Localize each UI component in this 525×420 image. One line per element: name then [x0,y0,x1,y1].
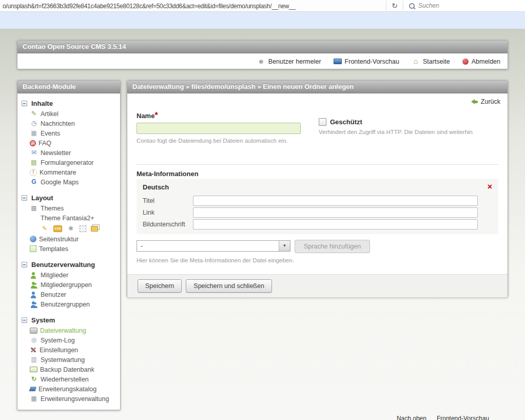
logout-label: Abmelden [472,58,500,65]
sidebar-group-header-inhalte[interactable]: Inhalte [17,98,120,109]
add-language-button[interactable]: Sprache hinzufügen [295,240,370,253]
logout-link[interactable]: Abmelden [462,58,500,65]
browser-search-field[interactable]: Suchen [404,1,525,11]
sidebar-group-header-benutzerverwaltung[interactable]: Benutzerverwaltung [17,259,120,270]
sidebar-item-newsletter[interactable]: Newsletter [17,148,120,158]
globe-icon [30,236,36,242]
theme-layout-icon[interactable] [80,225,86,232]
form-actions: Speichern Speichern und schließen [127,274,508,297]
themes-icon [30,204,38,212]
sidebar-item-erweiterungsverwaltung[interactable]: Erweiterungsverwaltung [17,394,120,404]
sidebar-item-kommentare[interactable]: Kommentare [17,167,120,177]
reload-button[interactable] [387,1,402,11]
search-icon [409,3,415,9]
back-to-top-link[interactable]: Nach oben [397,415,426,420]
collapse-icon[interactable] [22,317,27,323]
main-panel: Dateiverwaltung » files/demo/unsplash » … [127,80,508,297]
chrome-divider [403,1,403,10]
main-body: Zurück Name* Contao fügt die Dateiendung… [127,93,508,274]
sidebar-item-events[interactable]: Events [17,128,120,138]
sidebar-item-einstellungen[interactable]: Einstellungen [17,345,120,355]
meta-title-row: Titel [143,196,478,206]
sidebar-item-benutzergruppen[interactable]: Benutzergruppen [17,299,120,309]
item-label: Mitglieder [41,272,68,279]
protected-label[interactable]: Geschützt [330,118,362,126]
screen: o/unsplash&rt=f23663b3d92fe841c4abe9215e… [0,0,525,420]
sidebar-item-formulargenerator[interactable]: Formulargenerator [17,158,120,167]
search-placeholder: Suchen [418,2,439,9]
sidebar-item-artikel[interactable]: Artikel [17,109,120,119]
meta-caption-label: Bildunterschrift [143,221,185,228]
sidebar-item-mitgliedergruppen[interactable]: Mitgliedergruppen [17,280,120,290]
item-label: Artikel [41,110,59,118]
sidebar-group-layout: Layout Themes Theme Fantasia2+ [17,193,120,254]
url-bar[interactable]: o/unsplash&rt=f23663b3d92fe841c4abe9215e… [0,1,385,10]
sidebar-item-wiederherstellen[interactable]: Wiederherstellen [17,374,120,384]
wiederherstellen-icon [30,375,38,383]
protected-checkbox[interactable] [319,118,326,126]
sidebar-group-header-layout[interactable]: Layout [17,193,120,203]
sidebar-item-theme-fantasia[interactable]: Theme Fantasia2+ [17,213,120,223]
sidebar-title: Backend-Module [23,83,76,90]
sidebar-item-benutzer[interactable]: Benutzer [17,290,120,299]
save-button[interactable]: Speichern [138,279,182,293]
meta-link-input[interactable] [193,207,478,218]
footer-preview-link[interactable]: Frontend-Vorschau [437,415,489,420]
formulargenerator-icon [30,159,38,166]
kommentare-icon [30,169,37,176]
chevron-down-icon[interactable] [279,241,290,251]
sidebar-item-erweiterungskatalog[interactable]: Erweiterungskatalog [17,384,120,394]
sidebar-item-themes[interactable]: Themes [17,203,120,213]
catalog-icon [29,387,37,391]
frontend-preview-link[interactable]: Frontend-Vorschau [334,58,399,65]
sidebar-item-system-log[interactable]: System-Log [17,335,120,345]
sidebar-item-nachrichten[interactable]: Nachrichten [17,119,120,128]
collapse-icon[interactable] [22,101,27,106]
home-label: Startseite [423,58,450,65]
logout-icon [462,59,469,65]
theme-gear-icon[interactable] [67,225,75,233]
home-link[interactable]: Startseite [412,58,450,66]
item-label: Themes [41,205,64,212]
monitor-icon [334,59,342,64]
gmaps-icon [30,178,38,186]
sidebar-item-seitenstruktur[interactable]: Seitenstruktur [17,234,120,244]
save-close-button[interactable]: Speichern und schließen [186,279,272,293]
frontend-preview-label: Frontend-Vorschau [345,58,399,65]
url-text: o/unsplash&rt=f23663b3d92fe841c4abe9215e… [3,3,296,10]
sidebar-item-backup-datenbank[interactable]: Backup Datenbank [17,365,120,374]
item-label: Erweiterungskatalog [38,386,96,393]
meta-title-input[interactable] [193,196,478,206]
member-group-icon [30,281,38,289]
sidebar-item-google-maps[interactable]: Google Maps [17,177,120,187]
user-menu-label: Benutzer hermeler [268,58,321,65]
user-menu-link[interactable]: Benutzer hermeler [257,58,321,66]
meta-caption-input[interactable] [193,219,478,230]
theme-pencil-icon[interactable] [41,225,49,233]
language-select-value: - [141,242,143,250]
collapse-icon[interactable] [22,195,27,201]
file-manager-icon [30,328,37,334]
sidebar-item-systemwartung[interactable]: Systemwartung [17,355,120,365]
delete-language-icon[interactable] [488,183,492,191]
item-label: FAQ [38,140,51,147]
item-label: Erweiterungsverwaltung [41,395,109,403]
sidebar-group-header-system[interactable]: System [17,315,120,326]
item-label: Benutzergruppen [41,301,90,308]
sidebar-item-templates[interactable]: Templates [17,244,120,254]
systemlog-icon [30,336,38,344]
folder-name-input[interactable] [137,123,301,134]
sidebar-item-mitglieder[interactable]: Mitglieder [17,270,120,280]
sidebar-item-faq[interactable]: FAQ [17,138,120,148]
theme-css-icon[interactable] [53,225,62,232]
item-label: Kommentare [40,169,76,176]
meta-language-label: Deutsch [143,183,169,191]
collapse-icon[interactable] [22,262,27,268]
item-label: Google Maps [41,179,79,186]
back-link[interactable]: Zurück [471,98,500,105]
language-select[interactable]: - [137,240,290,252]
reload-icon [392,2,398,10]
theme-images-icon[interactable] [91,226,98,232]
sidebar-item-dateiverwaltung[interactable]: Dateiverwaltung [17,326,120,335]
item-label: Newsletter [41,149,71,157]
